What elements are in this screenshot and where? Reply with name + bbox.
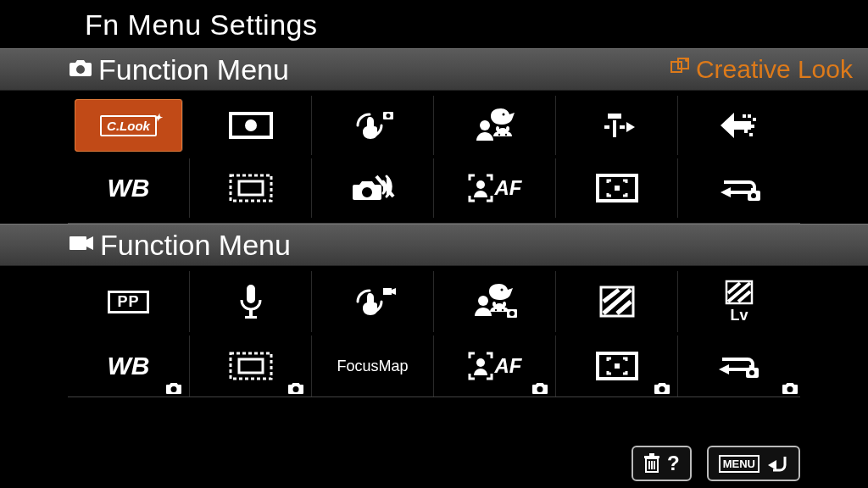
svg-point-44 (478, 296, 488, 306)
metering-icon (227, 110, 275, 141)
face-frame-icon (468, 352, 493, 380)
svg-rect-38 (247, 285, 255, 303)
camera-badge-icon (165, 381, 182, 395)
dial-loop-icon (715, 170, 763, 206)
photo-section-label: Function Menu (98, 53, 289, 86)
svg-rect-40 (245, 316, 257, 319)
svg-line-54 (617, 302, 631, 313)
svg-rect-59 (231, 353, 271, 379)
svg-point-48 (503, 302, 506, 307)
svg-point-11 (496, 126, 499, 131)
photo-section-header: Function Menu Creative Look (0, 48, 868, 91)
svg-point-9 (498, 134, 499, 136)
focus-map-label: FocusMap (337, 358, 408, 375)
item-zebra[interactable] (556, 271, 678, 332)
svg-point-7 (502, 114, 504, 116)
back-arrow-icon (766, 453, 788, 474)
silent-icon (351, 171, 395, 205)
svg-rect-25 (749, 133, 753, 136)
svg-rect-67 (749, 365, 754, 369)
drive-mode-icon (596, 110, 638, 141)
video-icon (68, 234, 95, 256)
zebra-lv-icon (725, 280, 754, 305)
item-shoot-mode-dial-video[interactable] (678, 336, 800, 396)
menu-label: MENU (719, 455, 760, 473)
item-subject-recognition[interactable] (434, 96, 556, 155)
item-steadyshot-photo[interactable] (312, 96, 434, 155)
svg-point-29 (476, 180, 485, 189)
item-focus-area-video[interactable] (556, 336, 678, 396)
item-creative-look[interactable]: C.Look ✦ (75, 99, 183, 152)
svg-rect-14 (613, 120, 616, 137)
svg-rect-20 (748, 114, 751, 118)
video-section-label: Function Menu (100, 229, 291, 262)
svg-rect-19 (743, 114, 746, 118)
subject-recognition-icon (471, 107, 519, 144)
item-face-eye-af-video[interactable]: AF (434, 336, 556, 396)
item-face-eye-af[interactable]: AF (434, 158, 556, 218)
svg-rect-31 (615, 186, 620, 191)
item-drive-mode[interactable] (556, 96, 678, 155)
svg-rect-27 (239, 181, 263, 195)
svg-rect-72 (644, 456, 659, 458)
svg-rect-23 (751, 125, 754, 128)
item-white-balance[interactable]: WB (68, 158, 190, 218)
item-shoot-mode-dial[interactable] (678, 158, 800, 218)
dial-loop-video-icon (714, 347, 765, 385)
item-metering-mode[interactable] (190, 96, 312, 155)
white-balance-video-label: WB (108, 352, 150, 380)
footer-bar: ? MENU (632, 446, 800, 481)
item-grid-display[interactable] (678, 96, 800, 155)
svg-marker-64 (719, 364, 729, 374)
item-picture-profile[interactable]: PP (68, 271, 190, 332)
svg-point-43 (500, 289, 503, 291)
svg-marker-16 (626, 122, 635, 132)
item-apsc-frame[interactable] (190, 158, 312, 218)
trash-icon (643, 453, 660, 474)
face-frame-icon (468, 174, 493, 202)
svg-point-12 (506, 126, 509, 131)
item-silent-mode[interactable] (312, 158, 434, 218)
pixel-arrow-icon (721, 109, 758, 141)
steadyshot-icon (349, 108, 397, 142)
svg-rect-26 (231, 175, 271, 201)
svg-rect-60 (239, 359, 263, 373)
svg-point-4 (245, 119, 257, 131)
creative-look-indicator-icon (669, 55, 691, 84)
item-zebra-level[interactable]: Lv (678, 271, 800, 332)
svg-marker-42 (392, 288, 396, 295)
apsc-icon (227, 172, 275, 204)
help-button[interactable]: ? (632, 446, 692, 481)
camera-badge-icon (287, 381, 304, 395)
zebra-icon (598, 285, 636, 319)
item-subject-recognition-video[interactable] (434, 271, 556, 332)
svg-point-66 (749, 370, 754, 375)
svg-rect-39 (249, 309, 253, 316)
svg-rect-15 (620, 125, 625, 129)
camera-menu-screen: Fn Menu Settings Function Menu Creative … (0, 0, 868, 488)
sparkle-icon: ✦ (153, 112, 162, 124)
video-function-grid: PP (0, 266, 868, 396)
svg-point-10 (504, 134, 506, 136)
svg-point-61 (476, 358, 485, 367)
svg-rect-24 (744, 130, 748, 133)
item-focus-area[interactable] (556, 158, 678, 218)
item-steadyshot-video[interactable] (312, 271, 434, 332)
steadyshot-video-icon (349, 285, 397, 319)
camera-badge-icon (654, 381, 670, 395)
svg-marker-32 (721, 187, 731, 197)
item-white-balance-video[interactable]: WB (68, 336, 190, 396)
microphone-icon (238, 283, 264, 320)
svg-point-2 (685, 58, 688, 62)
photo-function-grid: C.Look ✦ (0, 91, 868, 223)
svg-point-50 (509, 311, 515, 316)
apsc-video-icon (227, 350, 275, 382)
item-focus-map[interactable]: FocusMap (312, 336, 434, 396)
menu-back-button[interactable]: MENU (707, 446, 800, 481)
svg-rect-17 (604, 125, 609, 129)
svg-rect-73 (649, 453, 654, 456)
item-audio-rec[interactable] (190, 271, 312, 332)
camera-badge-icon (782, 381, 798, 395)
item-apsc-frame-video[interactable] (190, 336, 312, 396)
camera-badge-icon (531, 381, 548, 395)
